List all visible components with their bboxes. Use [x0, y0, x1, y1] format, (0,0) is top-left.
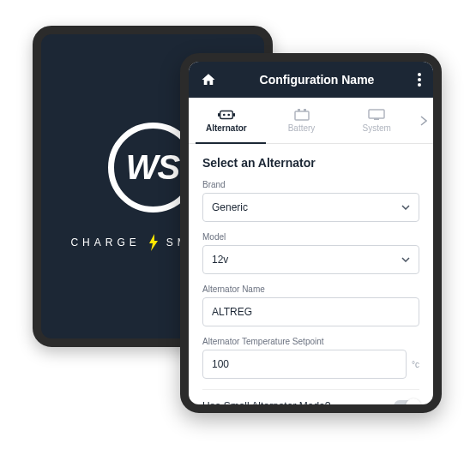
page-title: Configuration Name: [260, 73, 375, 87]
toggle-label: Use Small Alternator Mode?: [202, 400, 330, 404]
logo-text: WS: [126, 148, 179, 187]
tab-label: Battery: [288, 123, 316, 133]
toggle-small-mode[interactable]: [394, 400, 419, 404]
system-icon: [368, 109, 385, 121]
svg-point-6: [223, 113, 226, 116]
battery-icon: [293, 109, 310, 121]
brand-value: Generic: [212, 201, 248, 213]
svg-rect-9: [298, 109, 300, 111]
temp-input[interactable]: 100: [202, 350, 407, 379]
svg-rect-10: [304, 109, 306, 111]
chevron-down-icon: [401, 205, 410, 210]
content-area: Select an Alternator Brand Generic Model…: [189, 144, 433, 404]
brand-select[interactable]: Generic: [202, 193, 419, 222]
tagline-left: CHARGE: [70, 236, 140, 248]
svg-point-0: [418, 73, 421, 76]
tab-alternator[interactable]: Alternator: [189, 109, 264, 133]
temp-unit: °c: [412, 360, 419, 369]
svg-rect-8: [295, 111, 309, 120]
svg-rect-3: [220, 111, 233, 118]
home-icon[interactable]: [201, 72, 216, 87]
alt-name-value: ALTREG: [212, 306, 252, 318]
app-header: Configuration Name: [189, 62, 433, 98]
svg-rect-4: [218, 113, 220, 117]
alt-name-input[interactable]: ALTREG: [202, 297, 419, 326]
temp-value: 100: [212, 358, 229, 370]
temp-label: Alternator Temperature Setpoint: [202, 337, 419, 346]
brand-label: Brand: [202, 180, 419, 189]
section-title: Select an Alternator: [202, 156, 419, 170]
model-value: 12v: [212, 254, 228, 266]
svg-point-1: [418, 78, 421, 81]
active-tab-underline: [196, 142, 266, 144]
svg-point-7: [227, 113, 230, 116]
model-select[interactable]: 12v: [202, 245, 419, 274]
more-icon[interactable]: [418, 73, 421, 87]
alternator-icon: [218, 109, 235, 121]
svg-rect-5: [232, 113, 235, 117]
svg-rect-12: [374, 118, 379, 120]
tabs: Alternator Battery System: [189, 98, 433, 144]
alt-name-label: Alternator Name: [202, 284, 419, 294]
config-tablet: Configuration Name Alternator Battery Sy…: [180, 53, 442, 413]
tab-battery[interactable]: Battery: [264, 109, 340, 133]
lightning-icon: [148, 234, 160, 251]
chevron-down-icon: [401, 257, 410, 262]
toggle-row-small-mode: Use Small Alternator Mode?: [202, 389, 419, 404]
model-label: Model: [202, 232, 419, 242]
tab-label: Alternator: [206, 123, 247, 133]
svg-rect-11: [369, 110, 384, 118]
chevron-right-icon[interactable]: [414, 116, 433, 126]
tab-system[interactable]: System: [339, 109, 414, 133]
tab-label: System: [363, 123, 391, 133]
svg-point-2: [418, 83, 421, 87]
